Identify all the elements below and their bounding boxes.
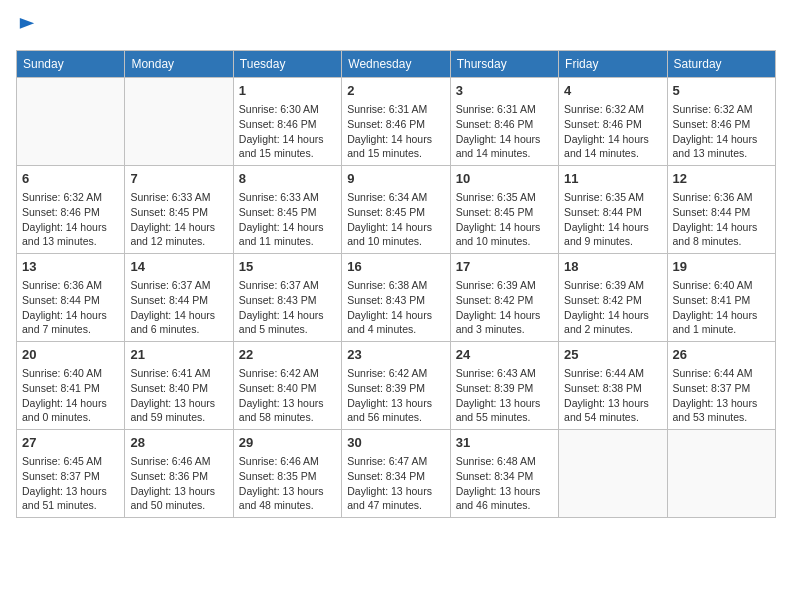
day-info-text: Daylight: 14 hours and 15 minutes. [347, 132, 444, 161]
day-number: 16 [347, 258, 444, 276]
day-info-text: Sunset: 8:45 PM [456, 205, 553, 220]
day-number: 2 [347, 82, 444, 100]
svg-marker-0 [20, 18, 34, 29]
weekday-header-cell: Tuesday [233, 51, 341, 78]
day-number: 18 [564, 258, 661, 276]
calendar-day-cell: 13Sunrise: 6:36 AMSunset: 8:44 PMDayligh… [17, 254, 125, 342]
calendar-day-cell: 3Sunrise: 6:31 AMSunset: 8:46 PMDaylight… [450, 78, 558, 166]
calendar-day-cell: 14Sunrise: 6:37 AMSunset: 8:44 PMDayligh… [125, 254, 233, 342]
weekday-header-cell: Monday [125, 51, 233, 78]
day-number: 20 [22, 346, 119, 364]
day-number: 6 [22, 170, 119, 188]
day-info-text: Sunrise: 6:35 AM [456, 190, 553, 205]
day-info-text: Sunrise: 6:42 AM [239, 366, 336, 381]
calendar-day-cell: 28Sunrise: 6:46 AMSunset: 8:36 PMDayligh… [125, 429, 233, 517]
day-info-text: Daylight: 14 hours and 2 minutes. [564, 308, 661, 337]
day-info-text: Daylight: 13 hours and 59 minutes. [130, 396, 227, 425]
day-info-text: Sunset: 8:37 PM [22, 469, 119, 484]
day-info-text: Sunset: 8:36 PM [130, 469, 227, 484]
day-info-text: Daylight: 14 hours and 12 minutes. [130, 220, 227, 249]
day-info-text: Daylight: 14 hours and 15 minutes. [239, 132, 336, 161]
day-info-text: Sunrise: 6:30 AM [239, 102, 336, 117]
day-info-text: Sunrise: 6:44 AM [564, 366, 661, 381]
day-info-text: Daylight: 14 hours and 7 minutes. [22, 308, 119, 337]
day-info-text: Sunrise: 6:48 AM [456, 454, 553, 469]
day-info-text: Sunrise: 6:37 AM [130, 278, 227, 293]
day-info-text: Sunrise: 6:32 AM [22, 190, 119, 205]
day-info-text: Sunset: 8:44 PM [22, 293, 119, 308]
day-info-text: Daylight: 13 hours and 50 minutes. [130, 484, 227, 513]
calendar-day-cell: 10Sunrise: 6:35 AMSunset: 8:45 PMDayligh… [450, 166, 558, 254]
calendar-day-cell: 1Sunrise: 6:30 AMSunset: 8:46 PMDaylight… [233, 78, 341, 166]
logo-flag-icon [18, 17, 36, 35]
day-info-text: Sunrise: 6:41 AM [130, 366, 227, 381]
calendar-day-cell: 12Sunrise: 6:36 AMSunset: 8:44 PMDayligh… [667, 166, 775, 254]
day-number: 21 [130, 346, 227, 364]
day-info-text: Sunrise: 6:39 AM [564, 278, 661, 293]
day-number: 10 [456, 170, 553, 188]
day-info-text: Sunset: 8:46 PM [673, 117, 770, 132]
calendar-day-cell [667, 429, 775, 517]
day-info-text: Sunset: 8:41 PM [22, 381, 119, 396]
day-info-text: Sunset: 8:34 PM [347, 469, 444, 484]
day-info-text: Sunset: 8:44 PM [130, 293, 227, 308]
day-number: 5 [673, 82, 770, 100]
day-info-text: Sunset: 8:45 PM [347, 205, 444, 220]
day-info-text: Daylight: 13 hours and 48 minutes. [239, 484, 336, 513]
logo [16, 16, 36, 40]
calendar-body: 1Sunrise: 6:30 AMSunset: 8:46 PMDaylight… [17, 78, 776, 518]
day-info-text: Sunrise: 6:37 AM [239, 278, 336, 293]
day-info-text: Daylight: 14 hours and 3 minutes. [456, 308, 553, 337]
day-info-text: Sunset: 8:46 PM [564, 117, 661, 132]
calendar-day-cell: 4Sunrise: 6:32 AMSunset: 8:46 PMDaylight… [559, 78, 667, 166]
weekday-header-cell: Wednesday [342, 51, 450, 78]
day-info-text: Daylight: 14 hours and 1 minute. [673, 308, 770, 337]
day-number: 12 [673, 170, 770, 188]
calendar-day-cell: 26Sunrise: 6:44 AMSunset: 8:37 PMDayligh… [667, 342, 775, 430]
day-info-text: Sunset: 8:46 PM [22, 205, 119, 220]
calendar-day-cell: 29Sunrise: 6:46 AMSunset: 8:35 PMDayligh… [233, 429, 341, 517]
day-info-text: Sunset: 8:45 PM [239, 205, 336, 220]
calendar-week-row: 1Sunrise: 6:30 AMSunset: 8:46 PMDaylight… [17, 78, 776, 166]
calendar-day-cell: 19Sunrise: 6:40 AMSunset: 8:41 PMDayligh… [667, 254, 775, 342]
day-info-text: Sunrise: 6:39 AM [456, 278, 553, 293]
day-number: 15 [239, 258, 336, 276]
day-info-text: Sunset: 8:40 PM [130, 381, 227, 396]
day-number: 14 [130, 258, 227, 276]
calendar-day-cell: 6Sunrise: 6:32 AMSunset: 8:46 PMDaylight… [17, 166, 125, 254]
day-info-text: Sunset: 8:35 PM [239, 469, 336, 484]
day-info-text: Daylight: 14 hours and 4 minutes. [347, 308, 444, 337]
day-info-text: Sunset: 8:34 PM [456, 469, 553, 484]
weekday-header-cell: Thursday [450, 51, 558, 78]
day-info-text: Sunset: 8:46 PM [347, 117, 444, 132]
day-info-text: Daylight: 13 hours and 46 minutes. [456, 484, 553, 513]
calendar-day-cell: 16Sunrise: 6:38 AMSunset: 8:43 PMDayligh… [342, 254, 450, 342]
day-info-text: Daylight: 14 hours and 0 minutes. [22, 396, 119, 425]
day-info-text: Sunrise: 6:46 AM [130, 454, 227, 469]
day-number: 26 [673, 346, 770, 364]
day-info-text: Sunset: 8:44 PM [564, 205, 661, 220]
calendar-week-row: 27Sunrise: 6:45 AMSunset: 8:37 PMDayligh… [17, 429, 776, 517]
calendar-day-cell: 25Sunrise: 6:44 AMSunset: 8:38 PMDayligh… [559, 342, 667, 430]
day-info-text: Daylight: 14 hours and 11 minutes. [239, 220, 336, 249]
day-info-text: Sunset: 8:45 PM [130, 205, 227, 220]
day-number: 13 [22, 258, 119, 276]
day-info-text: Daylight: 14 hours and 14 minutes. [564, 132, 661, 161]
day-info-text: Sunrise: 6:38 AM [347, 278, 444, 293]
day-number: 25 [564, 346, 661, 364]
calendar-day-cell: 24Sunrise: 6:43 AMSunset: 8:39 PMDayligh… [450, 342, 558, 430]
day-info-text: Sunset: 8:43 PM [239, 293, 336, 308]
calendar-day-cell: 15Sunrise: 6:37 AMSunset: 8:43 PMDayligh… [233, 254, 341, 342]
day-info-text: Sunset: 8:39 PM [456, 381, 553, 396]
day-info-text: Sunrise: 6:36 AM [22, 278, 119, 293]
day-number: 22 [239, 346, 336, 364]
day-info-text: Sunset: 8:41 PM [673, 293, 770, 308]
calendar-day-cell: 8Sunrise: 6:33 AMSunset: 8:45 PMDaylight… [233, 166, 341, 254]
day-info-text: Daylight: 14 hours and 10 minutes. [456, 220, 553, 249]
day-info-text: Sunset: 8:46 PM [239, 117, 336, 132]
calendar-day-cell: 31Sunrise: 6:48 AMSunset: 8:34 PMDayligh… [450, 429, 558, 517]
day-info-text: Sunrise: 6:32 AM [673, 102, 770, 117]
calendar-day-cell: 27Sunrise: 6:45 AMSunset: 8:37 PMDayligh… [17, 429, 125, 517]
day-number: 31 [456, 434, 553, 452]
day-info-text: Sunrise: 6:36 AM [673, 190, 770, 205]
